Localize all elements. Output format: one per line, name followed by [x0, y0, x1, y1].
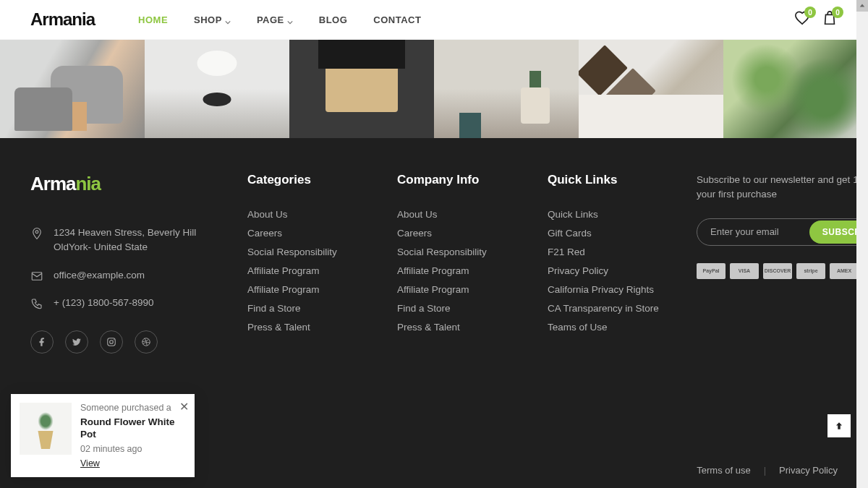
- svg-point-3: [114, 339, 114, 340]
- popup-product-title[interactable]: Round Flower White Pot: [80, 416, 186, 441]
- terms-link[interactable]: Terms of use: [697, 465, 750, 476]
- footer-link[interactable]: Careers: [247, 228, 383, 239]
- col-title: Quick Links: [548, 173, 682, 187]
- col-title: Company Info: [397, 173, 533, 187]
- payment-methods: PayPal VISA DISCOVER stripe AMEX MC: [697, 263, 868, 279]
- footer-link[interactable]: Social Responsibility: [397, 247, 533, 257]
- payment-discover: DISCOVER: [763, 263, 792, 279]
- footer-logo[interactable]: Armania: [30, 173, 233, 195]
- col-title: Categories: [247, 173, 383, 187]
- footer-link[interactable]: Find a Store: [397, 303, 533, 314]
- chevron-down-icon: [225, 17, 231, 22]
- phone-icon: [30, 297, 43, 310]
- scrollbar-up-icon[interactable]: [856, 0, 868, 12]
- gallery-item[interactable]: [145, 40, 289, 138]
- scroll-top-button[interactable]: [827, 414, 851, 437]
- nav-contact[interactable]: CONTACT: [373, 14, 421, 25]
- footer-link[interactable]: Affiliate Program: [397, 265, 533, 276]
- payment-visa: VISA: [730, 263, 759, 279]
- wishlist-button[interactable]: 0: [794, 10, 810, 29]
- footer-link[interactable]: F21 Red: [548, 247, 682, 257]
- svg-point-2: [110, 341, 114, 344]
- popup-product-image[interactable]: [20, 403, 72, 455]
- popup-view-link[interactable]: View: [80, 458, 100, 468]
- nav-shop[interactable]: SHOP: [194, 14, 231, 25]
- facebook-icon[interactable]: [30, 330, 54, 354]
- footer-link[interactable]: Privacy Policy: [548, 265, 682, 276]
- gallery-item[interactable]: [0, 40, 145, 138]
- footer-link[interactable]: CA Transparency in Store: [548, 303, 682, 314]
- payment-paypal: PayPal: [697, 263, 726, 279]
- footer-link[interactable]: Gift Cards: [548, 228, 682, 239]
- main-nav: HOME SHOP PAGE BLOG CONTACT: [138, 14, 421, 25]
- email: office@example.com: [30, 268, 233, 283]
- gallery-item[interactable]: [289, 40, 434, 138]
- twitter-icon[interactable]: [65, 330, 88, 354]
- footer-link[interactable]: Quick Links: [548, 209, 682, 220]
- payment-amex: AMEX: [830, 263, 859, 279]
- address: 1234 Heaven Stress, Beverly Hill OldYork…: [30, 226, 233, 255]
- close-icon[interactable]: ✕: [179, 400, 189, 414]
- footer-link[interactable]: About Us: [397, 209, 533, 220]
- phone: + (123) 1800-567-8990: [30, 296, 233, 310]
- subscribe-form: SUBSCRIBE: [697, 218, 868, 246]
- instagram-icon[interactable]: [100, 330, 123, 354]
- footer-link[interactable]: About Us: [247, 209, 383, 220]
- instagram-gallery: [0, 40, 868, 138]
- gallery-item[interactable]: [579, 40, 723, 138]
- footer-link[interactable]: Careers: [397, 228, 533, 239]
- footer-link[interactable]: Social Responsibility: [247, 247, 383, 257]
- gallery-item[interactable]: [723, 40, 868, 138]
- footer-link[interactable]: Press & Talent: [397, 322, 533, 333]
- scrollbar[interactable]: [856, 0, 868, 488]
- popup-time: 02 minutes ago: [80, 444, 186, 454]
- svg-rect-0: [32, 272, 42, 280]
- subscribe-text: Subscribe to our newsletter and get 10% …: [697, 173, 868, 202]
- logo[interactable]: Armania: [30, 9, 95, 30]
- wishlist-badge: 0: [804, 7, 816, 18]
- payment-stripe: stripe: [796, 263, 825, 279]
- purchase-popup: Someone purchased a Round Flower White P…: [11, 394, 195, 477]
- nav-home[interactable]: HOME: [138, 14, 168, 25]
- popup-lead: Someone purchased a: [80, 403, 186, 413]
- footer-link[interactable]: Teams of Use: [548, 322, 682, 333]
- dribbble-icon[interactable]: [135, 330, 158, 354]
- chevron-down-icon: [287, 17, 293, 22]
- footer-link[interactable]: Press & Talent: [247, 322, 383, 333]
- gallery-item[interactable]: [434, 40, 579, 138]
- pin-icon: [30, 227, 43, 240]
- cart-badge: 0: [832, 7, 843, 18]
- svg-rect-1: [108, 338, 116, 346]
- footer-link[interactable]: California Privacy Rights: [548, 284, 682, 295]
- arrow-up-icon: [834, 421, 844, 431]
- footer-link[interactable]: Find a Store: [247, 303, 383, 314]
- nav-blog[interactable]: BLOG: [319, 14, 348, 25]
- footer-link[interactable]: Affiliate Program: [397, 284, 533, 295]
- nav-page[interactable]: PAGE: [257, 14, 293, 25]
- cart-button[interactable]: 0: [822, 10, 838, 29]
- footer-link[interactable]: Affiliate Program: [247, 284, 383, 295]
- footer-link[interactable]: Affiliate Program: [247, 265, 383, 276]
- privacy-link[interactable]: Privacy Policy: [779, 465, 838, 476]
- mail-icon: [30, 270, 43, 283]
